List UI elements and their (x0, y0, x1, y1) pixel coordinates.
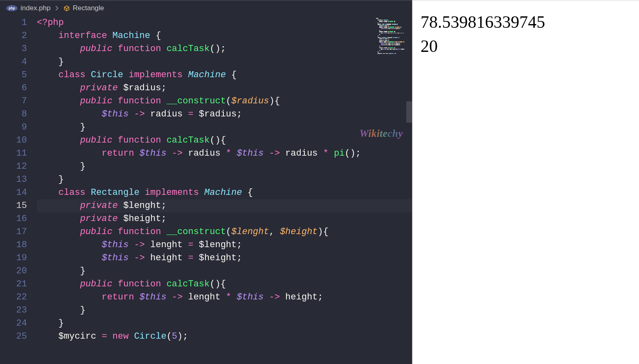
line-number: 3 (0, 42, 27, 56)
code-line[interactable]: $this -> radius = $radius; (37, 108, 412, 121)
code-line[interactable]: $this -> lenght = $lenght; (37, 239, 412, 252)
line-number: 18 (0, 239, 27, 252)
breadcrumb-file[interactable]: index.php (20, 4, 51, 12)
line-number: 21 (0, 278, 27, 291)
line-number: 10 (0, 134, 27, 147)
line-number-gutter: 1234567891011121314151617181920212223242… (0, 16, 37, 364)
editor-body[interactable]: 1234567891011121314151617181920212223242… (0, 16, 412, 364)
line-number: 24 (0, 317, 27, 330)
code-line[interactable]: return $this -> lenght * $this -> height… (37, 291, 412, 304)
line-number: 17 (0, 226, 27, 239)
output-panel: 78.539816339745 20 (412, 0, 639, 364)
code-line[interactable]: private $height; (37, 212, 412, 226)
line-number: 4 (0, 56, 27, 69)
code-line[interactable]: public function calcTask(){ (37, 278, 412, 291)
line-number: 19 (0, 252, 27, 265)
code-line[interactable]: $this -> height = $height; (37, 252, 412, 265)
code-line[interactable]: public function __construct($lenght, $he… (37, 226, 412, 239)
line-number: 14 (0, 186, 27, 199)
output-line: 78.539816339745 (421, 10, 631, 34)
code-line[interactable]: private $lenght; (37, 199, 412, 212)
code-line[interactable]: } (37, 304, 412, 317)
line-number: 11 (0, 147, 27, 160)
line-number: 8 (0, 108, 27, 121)
code-line[interactable]: } (37, 121, 412, 134)
code-line[interactable]: return $this -> radius * $this -> radius… (37, 147, 412, 160)
line-number: 15 (0, 199, 27, 212)
line-number: 23 (0, 304, 27, 317)
php-file-icon: php (6, 5, 18, 11)
line-number: 20 (0, 265, 27, 278)
class-symbol-icon (63, 4, 70, 12)
line-number: 5 (0, 69, 27, 82)
code-line[interactable]: public function calcTask(); (37, 42, 412, 56)
breadcrumb-bar: php index.php Rectangle (0, 0, 412, 16)
code-line[interactable]: } (37, 173, 412, 186)
line-number: 2 (0, 29, 27, 42)
code-line[interactable]: private $radius; (37, 82, 412, 95)
scrollbar[interactable] (406, 16, 412, 364)
line-number: 12 (0, 160, 27, 173)
code-area[interactable]: <?php interface Machine { public functio… (37, 16, 412, 364)
code-line[interactable]: } (37, 317, 412, 330)
code-line[interactable]: interface Machine { (37, 29, 412, 42)
svg-text:php: php (9, 6, 15, 10)
line-number: 1 (0, 16, 27, 29)
line-number: 16 (0, 212, 27, 226)
editor-panel: php index.php Rectangle 1234567891011121… (0, 0, 412, 364)
code-line[interactable]: class Circle implements Machine { (37, 69, 412, 82)
code-line[interactable]: public function __construct($radius){ (37, 95, 412, 108)
line-number: 7 (0, 95, 27, 108)
code-line[interactable]: $mycirc = new Circle(5); (37, 330, 412, 343)
line-number: 9 (0, 121, 27, 134)
code-line[interactable]: public function calcTask(){ (37, 134, 412, 147)
line-number: 13 (0, 173, 27, 186)
code-line[interactable]: } (37, 265, 412, 278)
code-line[interactable]: } (37, 56, 412, 69)
output-line: 20 (421, 34, 631, 58)
line-number: 6 (0, 82, 27, 95)
code-line[interactable]: <?php (37, 16, 412, 29)
code-line[interactable]: } (37, 160, 412, 173)
code-line[interactable]: class Rectangle implements Machine { (37, 186, 412, 199)
chevron-right-icon (54, 5, 60, 11)
line-number: 22 (0, 291, 27, 304)
breadcrumb-symbol[interactable]: Rectangle (73, 4, 104, 12)
scrollbar-thumb[interactable] (406, 101, 412, 123)
line-number: 25 (0, 330, 27, 343)
